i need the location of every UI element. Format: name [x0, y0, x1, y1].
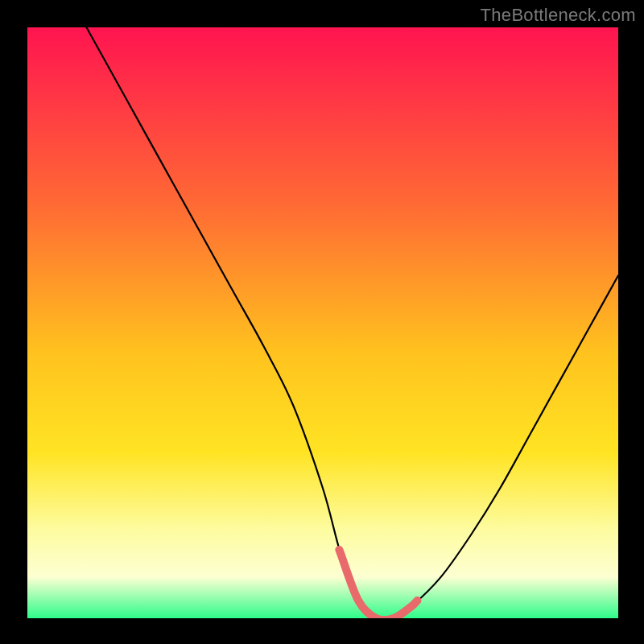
plot-area — [27, 27, 618, 618]
watermark-text: TheBottleneck.com — [481, 5, 636, 26]
outer-frame: TheBottleneck.com — [0, 0, 644, 644]
chart-svg — [27, 27, 618, 618]
gradient-background — [27, 27, 618, 618]
